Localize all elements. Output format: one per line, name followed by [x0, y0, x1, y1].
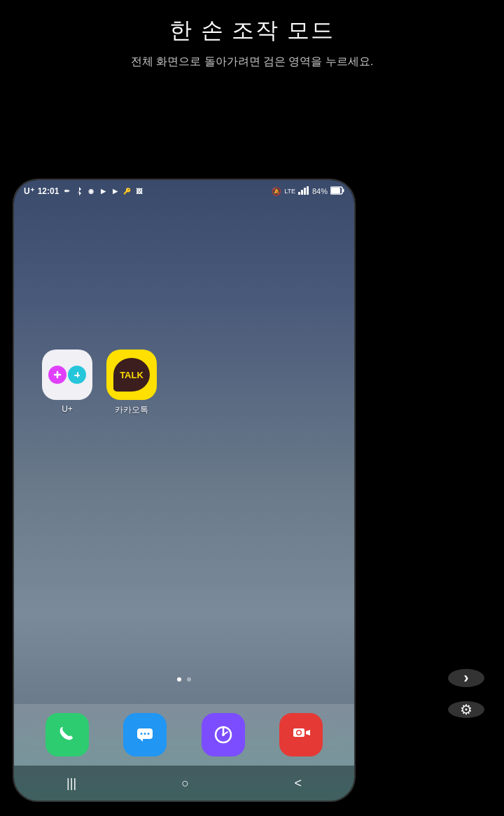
uplus-icon-inner — [48, 366, 86, 384]
vpn-icon: 🔑 — [122, 186, 132, 196]
nav-bar: ||| ○ < — [14, 766, 354, 801]
media-icon: ▶ — [98, 186, 108, 196]
carrier-text: U⁺ — [24, 186, 34, 196]
uplus-dot1 — [48, 366, 66, 384]
svg-rect-5 — [343, 189, 344, 193]
back-button[interactable]: < — [280, 770, 316, 796]
edit-icon: ✏ — [62, 186, 72, 196]
uplus-app-label: U+ — [62, 404, 73, 414]
talk-text: TALK — [120, 370, 144, 380]
uplus-app-icon[interactable] — [42, 350, 92, 400]
page-dot-1 — [177, 677, 181, 682]
talk-bubble: TALK — [113, 358, 150, 392]
svg-point-10 — [148, 733, 150, 735]
home-content: U+ TALK 카카오톡 — [14, 202, 354, 704]
page-subtitle: 전체 화면으로 돌아가려면 검은 영역을 누르세요. — [131, 55, 374, 69]
home-button[interactable]: ○ — [167, 770, 203, 796]
bluetooth-icon — [74, 186, 84, 196]
signal-icon — [298, 186, 309, 196]
kakaotalk-app-icon[interactable]: TALK — [106, 350, 157, 400]
battery-text: 84% — [312, 187, 328, 195]
svg-point-18 — [298, 731, 301, 735]
side-buttons: › ⚙ — [448, 669, 484, 707]
svg-point-14 — [222, 733, 225, 736]
uplus-app[interactable]: U+ — [42, 350, 92, 414]
gear-icon: ⚙ — [460, 701, 472, 718]
one-hand-mode-header: 한 손 조작 모드 전체 화면으로 돌아가려면 검은 영역을 누르세요. — [0, 0, 504, 179]
svg-rect-3 — [307, 186, 309, 195]
media2-icon: ▶ — [110, 186, 120, 196]
dock-screen-recorder-app[interactable] — [279, 713, 323, 756]
svg-rect-0 — [298, 192, 300, 195]
image-icon: 🖼 — [134, 186, 144, 196]
kakaotalk-app[interactable]: TALK 카카오톡 — [106, 350, 157, 416]
status-bar-left: U⁺ 12:01 ✏ ◉ ▶ ▶ — [24, 186, 144, 196]
settings-button[interactable]: ⚙ — [448, 701, 484, 718]
svg-point-8 — [141, 733, 143, 735]
battery-icon — [330, 186, 344, 196]
dock — [14, 704, 354, 766]
svg-rect-2 — [304, 188, 306, 195]
status-bar: U⁺ 12:01 ✏ ◉ ▶ ▶ — [14, 180, 354, 202]
dock-phone-app[interactable] — [46, 713, 89, 756]
status-icons: ✏ ◉ ▶ ▶ 🔑 🖼 — [62, 186, 144, 196]
status-bar-right: 🔕 LTE 84% — [272, 186, 344, 196]
page-dot-2 — [187, 677, 191, 682]
chevron-right-icon: › — [463, 669, 468, 687]
svg-point-9 — [144, 733, 146, 735]
svg-rect-1 — [301, 190, 303, 195]
phone-frame: U⁺ 12:01 ✏ ◉ ▶ ▶ — [13, 179, 356, 802]
dock-bixby-app[interactable] — [202, 713, 245, 756]
game-icon: ◉ — [86, 186, 96, 196]
page-title: 한 손 조작 모드 — [169, 15, 335, 46]
phone-screen: U⁺ 12:01 ✏ ◉ ▶ ▶ — [14, 180, 354, 801]
page-dots — [14, 677, 354, 693]
time-text: 12:01 — [38, 186, 59, 196]
recent-apps-button[interactable]: ||| — [52, 770, 90, 796]
lte-text: LTE — [284, 188, 295, 195]
mute-icon: 🔕 — [272, 187, 281, 196]
svg-rect-6 — [331, 188, 340, 193]
app-icons-row: U+ TALK 카카오톡 — [14, 329, 354, 416]
next-button[interactable]: › — [448, 669, 484, 687]
kakaotalk-app-label: 카카오톡 — [115, 404, 148, 416]
uplus-dot2 — [68, 366, 86, 384]
dock-messages-app[interactable] — [123, 713, 167, 756]
